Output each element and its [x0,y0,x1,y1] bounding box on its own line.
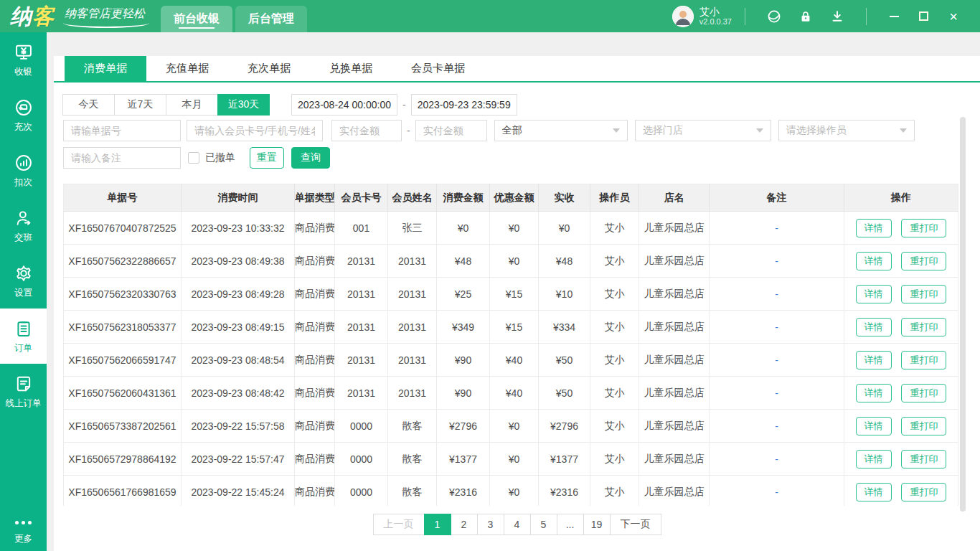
page-number-button[interactable]: 5 [530,514,557,535]
amount-min-input[interactable] [331,120,402,141]
nav-tab-front-cashier[interactable]: 前台收银 [161,6,232,32]
detail-button[interactable]: 详情 [856,450,892,468]
cell-type: 商品消费 [295,344,335,377]
cell-store: 儿童乐园总店 [639,311,710,344]
sidebar-item-label: 设置 [14,287,32,299]
date-to-input[interactable] [411,94,517,116]
page-number-button[interactable]: 4 [504,514,531,535]
table-row: XF16507562060431361 2023-09-23 08:48:42 … [64,377,958,410]
cell-actions: 详情 重打印 [844,476,958,507]
detail-button[interactable]: 详情 [856,252,892,270]
table-header-cell: 会员卡号 [335,184,388,212]
cell-remark: - [710,311,844,344]
page-number-button[interactable]: 2 [451,514,478,535]
detail-button[interactable]: 详情 [856,384,892,402]
reprint-button[interactable]: 重打印 [901,384,946,402]
main-content: 消费单据 充值单据 充次单据 兑换单据 会员卡单据 今天 近7天 本月 [47,32,980,551]
cell-operator: 艾小 [590,443,639,476]
online-orders-icon [14,374,34,394]
reprint-button[interactable]: 重打印 [901,483,946,501]
page-number-button[interactable]: 1 [424,514,451,535]
search-button[interactable]: 查询 [291,147,330,169]
cell-remark: - [710,410,844,443]
doc-tab[interactable]: 会员卡单据 [392,56,484,81]
cell-discount: ¥0 [490,245,539,278]
detail-button[interactable]: 详情 [856,417,892,435]
reprint-button[interactable]: 重打印 [901,285,946,303]
reprint-button[interactable]: 重打印 [901,252,946,270]
reprint-button[interactable]: 重打印 [901,219,946,237]
member-search-input[interactable] [187,120,323,141]
operator-select[interactable]: 请选择操作员 [778,120,915,141]
table-header-cell: 优惠金额 [490,184,539,212]
remark-input[interactable] [63,147,181,169]
table-row: XF16507562318053377 2023-09-23 08:49:15 … [64,311,958,344]
amount-max-input[interactable] [415,120,487,141]
maximize-button[interactable] [919,11,928,21]
cell-card-no: 20131 [335,344,388,377]
sidebar-item-settings[interactable]: 设置 [0,253,47,309]
quick-range-button[interactable]: 今天 [62,94,115,116]
detail-button[interactable]: 详情 [856,318,892,336]
page-number-button[interactable]: 19 [583,514,611,535]
cell-time: 2023-09-23 08:49:28 [182,278,295,311]
cell-store: 儿童乐园总店 [639,443,710,476]
cell-discount: ¥0 [490,476,539,507]
prev-page-button[interactable]: 上一页 [373,514,425,535]
page-number-button[interactable]: 3 [477,514,504,535]
table-row: XF16507670407872525 2023-09-23 10:33:32 … [64,212,958,245]
sidebar-item-online-orders[interactable]: 线上订单 [0,364,47,419]
minimize-button[interactable] [890,16,899,17]
table-header-cell: 单据类型 [295,184,335,212]
cell-paid: ¥1377 [539,443,590,476]
orders-table: 单据号消费时间单据类型会员卡号会员姓名消费金额优惠金额实收操作员店名备注操作 X… [63,184,958,506]
doc-tab[interactable]: 充次单据 [228,56,310,81]
reset-button[interactable]: 重置 [250,147,284,169]
scrollbar-thumb[interactable] [960,117,966,512]
sidebar-item-recharge-times[interactable]: 充次 [0,88,47,143]
voided-checkbox[interactable] [188,152,199,164]
store-select[interactable]: 选择门店 [635,120,771,141]
sidebar-item-shift-handover[interactable]: 交班 [0,198,47,253]
sidebar-item-more[interactable]: 更多 [0,509,47,551]
sidebar-item-deduct-times[interactable]: 扣次 [0,143,47,198]
cell-operator: 艾小 [590,245,639,278]
cell-member-name: 散客 [388,443,437,476]
reprint-button[interactable]: 重打印 [901,351,946,369]
quick-range-button[interactable]: 近7天 [114,94,166,116]
date-from-input[interactable] [291,94,397,116]
scrollbar[interactable] [960,117,966,512]
reprint-button[interactable]: 重打印 [901,318,946,336]
close-button[interactable]: × [947,10,960,23]
support-icon[interactable] [766,9,782,24]
quick-range-button[interactable]: 近30天 [217,94,270,116]
detail-button[interactable]: 详情 [856,483,892,501]
next-page-button[interactable]: 下一页 [610,514,661,535]
doc-tab[interactable]: 兑换单据 [310,56,392,81]
quick-range-button[interactable]: 本月 [166,94,218,116]
page-number-button[interactable]: ... [557,514,584,535]
cell-paid: ¥2796 [539,410,590,443]
detail-button[interactable]: 详情 [856,219,892,237]
cell-card-no: 001 [335,212,388,245]
type-select[interactable]: 全部 [494,120,628,141]
order-no-input[interactable] [63,120,181,141]
sidebar-item-cashier[interactable]: 收银 [0,32,47,88]
reprint-button[interactable]: 重打印 [901,450,946,468]
nav-tab-back-admin[interactable]: 后台管理 [235,6,307,32]
download-icon[interactable] [829,9,845,24]
user-meta: 艾小 v2.0.0.37 [699,6,732,27]
detail-button[interactable]: 详情 [856,285,892,303]
doc-tab[interactable]: 充值单据 [146,56,228,81]
cell-amount: ¥90 [437,344,490,377]
chevron-down-icon [900,128,907,133]
cell-order-no: XF16507670407872525 [64,212,182,245]
cell-order-no: XF16506561766981659 [64,476,182,507]
reprint-button[interactable]: 重打印 [901,417,946,435]
sidebar-item-orders[interactable]: 订单 [0,309,47,364]
lock-icon[interactable] [798,9,814,24]
avatar[interactable] [672,6,694,27]
voided-checkbox-wrap[interactable]: 已撤单 [188,151,235,164]
doc-tab[interactable]: 消费单据 [65,56,146,81]
detail-button[interactable]: 详情 [856,351,892,369]
